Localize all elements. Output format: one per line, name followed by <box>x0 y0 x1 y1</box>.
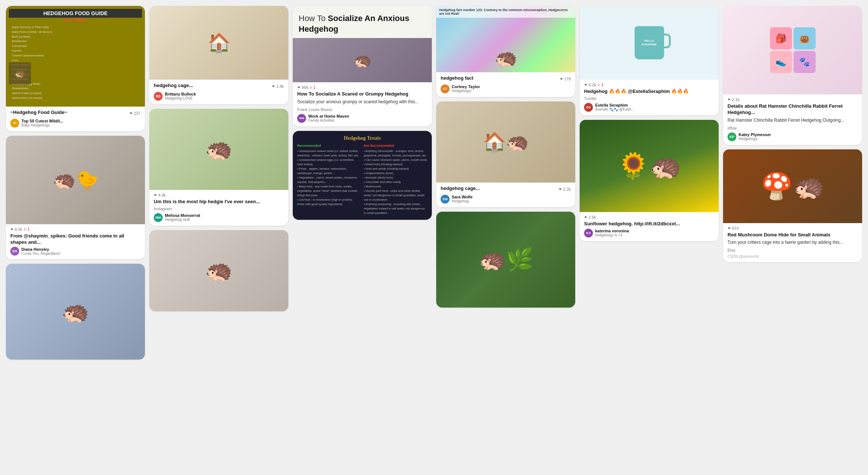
avatar: KP <box>728 132 736 141</box>
card-garden-hog[interactable]: 🦔🌿 <box>436 212 575 308</box>
save-icon <box>584 215 587 219</box>
hip-hedgie-source: Instagram <box>154 207 284 211</box>
card-accessories[interactable]: 🎒 👜 👟 🐾 2.1k Details about Rat Hamster C… <box>723 6 862 145</box>
avatar: MM <box>154 213 163 222</box>
card-sleeping-hog[interactable]: 🦔 <box>6 264 145 360</box>
hello-sunshine-image: HELLOSUNSHINE <box>580 6 719 80</box>
user-name: Katey Plymesser <box>739 132 858 137</box>
user-board: I Love You, Regardless! <box>21 252 140 256</box>
accessories-title: Details about Rat Hamster Chinchilla Rab… <box>728 103 858 116</box>
card-treats[interactable]: Hedgehog Treats Recommended • Unseasoned… <box>293 131 432 220</box>
avatar: SW <box>441 195 449 204</box>
sunshine-info: 6.2k ✓ 1 Hedgehog 🔥🔥🔥 @EstellaSeraphim 🔥… <box>580 80 719 115</box>
cage1-meta: hedgehog cage... 1.8k <box>154 83 284 90</box>
how-to-title-text: How To Socialize An Anxious Hedgehog <box>299 13 426 34</box>
column-2: 🏠 hedgehog cage... 1.8k BB Brittany Bull… <box>149 6 288 311</box>
avatar: KV <box>584 229 593 238</box>
user-info: Work at Home Maven Family Activities <box>308 114 427 122</box>
avatar: 50 <box>10 119 19 128</box>
column-1: HEDGEHOG FOOD GUIDE "HOT SAFE" Apple (Gr… <box>6 6 145 360</box>
mug: HELLOSUNSHINE <box>635 26 664 59</box>
mushroom-meta: 974 <box>728 226 858 230</box>
save-icon <box>560 77 563 81</box>
mushroom-title: Red Mushroom Dome Hide for Small Animals <box>728 232 858 238</box>
food-guide-saves: 237 <box>129 111 140 115</box>
cage1-title: hedgehog cage... <box>154 83 193 89</box>
card-food-guide[interactable]: HEDGEHOG FOOD GUIDE "HOT SAFE" Apple (Gr… <box>6 6 145 131</box>
user-board: Baby Hedgehogs <box>21 123 140 127</box>
avatar: BB <box>154 92 163 101</box>
sleeping-hog-image: 🦔 <box>6 264 145 360</box>
user-board: Hedgehog LOVE <box>165 96 284 100</box>
card-cage1[interactable]: 🏠 hedgehog cage... 1.8k BB Brittany Bull… <box>149 6 288 104</box>
cage3-image: 🏠🦔 <box>436 101 575 183</box>
treats-recommended-title: Recommended <box>297 143 361 149</box>
fact-title: hedgehog fact <box>441 75 473 82</box>
user-info: Melissa Monserrat Hedgehog stuff <box>165 213 284 222</box>
cage3-title: hedgehog cage... <box>441 186 480 192</box>
how-to-hedgehog-image: 🦔 <box>293 38 432 82</box>
how-to-meta: 966 ✓ 1 <box>297 85 427 90</box>
chick-hog-user: DH Diana Hensley I Love You, Regardless! <box>10 247 140 256</box>
mug-text: HELLOSUNSHINE <box>642 39 657 46</box>
cage3-meta: hedgehog cage... 2.2k <box>441 186 571 193</box>
user-name: Work at Home Maven <box>308 114 427 118</box>
card-mushroom-dome[interactable]: 🍄🦔 974 Red Mushroom Dome Hide for Small … <box>723 149 862 263</box>
user-name: Cortney Taylor <box>452 84 571 89</box>
how-to-user: WM Work at Home Maven Family Activities <box>297 114 427 123</box>
chick-hog-saves: 8.5k ✓ 1 <box>10 227 29 232</box>
save-icon <box>129 111 133 115</box>
food-guide-title: HEDGEHOG FOOD GUIDE <box>9 9 142 18</box>
user-info: Diana Hensley I Love You, Regardless! <box>21 247 140 256</box>
card-sunflower-hog[interactable]: 🌻🦔 2.6k Sunflower hedgehog. http://ift.t… <box>580 120 719 241</box>
fact-meta: hedgehog fact 178 <box>441 75 571 83</box>
card-how-to-socialize[interactable]: How To Socialize An Anxious Hedgehog 🦔 9… <box>293 6 432 126</box>
user-board: Hedgehogs <box>739 137 858 141</box>
column-6: 🎒 👜 👟 🐾 2.1k Details about Rat Hamster C… <box>723 6 862 262</box>
mushroom-description: Turn your critters cage into a faerie ga… <box>728 239 858 246</box>
column-5: HELLOSUNSHINE 6.2k ✓ 1 Hedgehog 🔥🔥🔥 @Est… <box>580 6 719 241</box>
sunflower-meta: 2.6k <box>584 215 714 219</box>
column-4: Hedgehog fact number 123: Contrary to th… <box>436 6 575 308</box>
check-icon: ✓ 1 <box>597 83 603 87</box>
sunflower-user: KV katerina voronina hedgehogs is <3 <box>584 229 714 238</box>
user-info: Sara Wolfe Hedgehog <box>452 195 571 203</box>
card-cage3[interactable]: 🏠🦔 hedgehog cage... 2.2k SW Sara Wolfe H… <box>436 101 575 207</box>
card-chick-hog[interactable]: 🦔🐤 8.5k ✓ 1 From @shaymin_spikes: Good f… <box>6 136 145 260</box>
how-to-saves: 966 ✓ 1 <box>297 85 316 90</box>
avatar: DH <box>10 247 19 256</box>
how-to-header: How To Socialize An Anxious Hedgehog <box>293 6 432 38</box>
mushroom-image: 🍄🦔 <box>723 149 862 223</box>
save-icon <box>728 97 731 102</box>
sunshine-saves: 6.2k ✓ 1 <box>584 83 603 87</box>
accessories-saves: 2.1k <box>728 97 740 102</box>
user-board: hedgehogs is <3 <box>595 233 714 237</box>
cage1-image: 🏠 <box>149 6 288 80</box>
sunflower-hog-image: 🌻🦔 <box>580 120 719 212</box>
rainbow-hog-emoji: 🦔 <box>494 47 517 69</box>
accessories-meta: 2.1k <box>728 97 858 102</box>
user-board: Family Activities <box>308 118 427 122</box>
fact-user: CT Cortney Taylor Hedgehogs! <box>441 84 571 93</box>
save-icon <box>559 187 562 191</box>
user-board: Hedgehog <box>452 199 571 203</box>
card-hip-hedgie[interactable]: 🦔 4.9k Um this is the most hip hedgie I'… <box>149 109 288 226</box>
how-to-card-title: How To Socialize A Scared or Grumpy Hedg… <box>297 91 427 97</box>
card-hog-bottom2[interactable]: 🦔 <box>149 230 288 311</box>
treats-recommended-text: • Unseasoned cooked meat (i.e. baked, bo… <box>297 149 361 207</box>
save-icon <box>728 226 731 230</box>
chick-hog-info: 8.5k ✓ 1 From @shaymin_spikes: Good frie… <box>6 224 145 260</box>
user-name: Melissa Monserrat <box>165 213 284 218</box>
accessories-description: Rat Hamster Chinchilla Rabbit Ferret Hed… <box>728 117 858 124</box>
hip-hedgie-image: 🦔 <box>149 109 288 190</box>
avatar: ES <box>584 103 593 112</box>
user-board: Hedgehog stuff <box>165 218 284 222</box>
card-hedgehog-fact[interactable]: Hedgehog fact number 123: Contrary to th… <box>436 6 575 97</box>
column-3: How To Socialize An Anxious Hedgehog 🦔 9… <box>293 6 432 220</box>
save-icon <box>297 85 301 90</box>
cage3-user: SW Sara Wolfe Hedgehog <box>441 195 571 204</box>
save-icon <box>272 84 275 89</box>
card-hello-sunshine[interactable]: HELLOSUNSHINE 6.2k ✓ 1 Hedgehog 🔥🔥🔥 @Est… <box>580 6 719 115</box>
hip-hedgie-title: Um this is the most hip hedgie I've ever… <box>154 199 284 205</box>
sunshine-title: Hedgehog 🔥🔥🔥 @EstellaSeraphim 🔥🔥🔥 <box>584 89 714 95</box>
